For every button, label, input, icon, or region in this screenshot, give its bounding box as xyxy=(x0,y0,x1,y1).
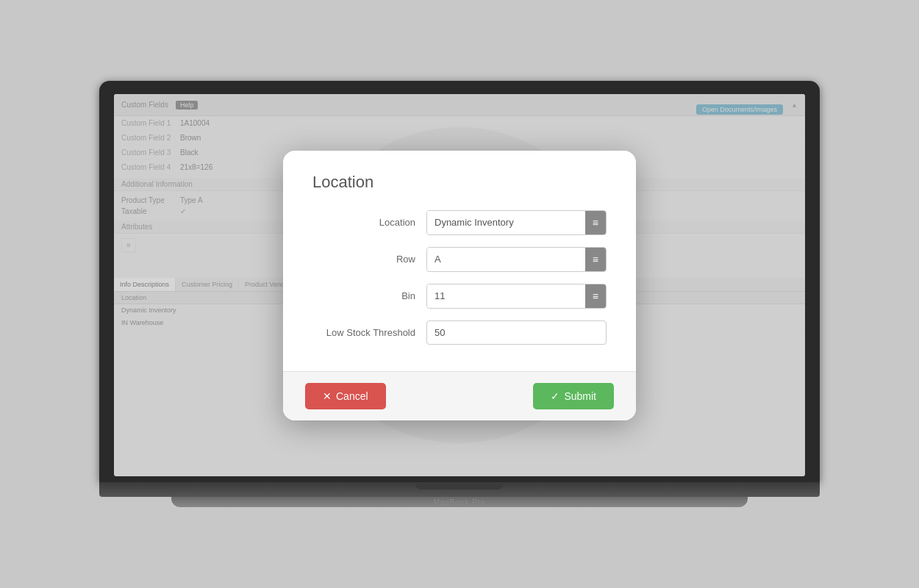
cancel-button[interactable]: ✕ Cancel xyxy=(305,383,386,409)
laptop-bottom: MacBook Pro xyxy=(171,497,748,507)
row-label: Row xyxy=(312,254,426,265)
location-menu-button[interactable]: ≡ xyxy=(585,211,606,234)
modal-footer: ✕ Cancel ✓ Submit xyxy=(283,371,636,420)
laptop-notch xyxy=(415,482,504,490)
bin-label: Bin xyxy=(312,290,426,301)
modal-body: Location Location ≡ Row xyxy=(283,151,636,371)
submit-button[interactable]: ✓ Submit xyxy=(533,383,614,409)
bin-input-wrapper: ≡ xyxy=(426,284,607,309)
bin-row: Bin ≡ xyxy=(312,284,607,309)
cancel-label: Cancel xyxy=(336,390,368,402)
laptop-base xyxy=(99,482,820,497)
row-menu-button[interactable]: ≡ xyxy=(585,248,606,271)
screen-inner: Custom Fields Help ▲ Custom Field 1 1A10… xyxy=(114,94,805,476)
bin-input[interactable] xyxy=(427,284,585,307)
macbook-label: MacBook Pro xyxy=(171,497,748,508)
location-modal: Location Location ≡ Row xyxy=(283,151,636,420)
location-input[interactable] xyxy=(427,211,585,234)
modal-title: Location xyxy=(312,173,607,192)
location-row: Location ≡ xyxy=(312,210,607,235)
screen-bezel: Custom Fields Help ▲ Custom Field 1 1A10… xyxy=(99,81,820,482)
submit-label: Submit xyxy=(564,390,596,402)
location-input-wrapper: ≡ xyxy=(426,210,607,235)
row-row: Row ≡ xyxy=(312,247,607,272)
modal-overlay: Location Location ≡ Row xyxy=(114,94,805,476)
low-stock-label: Low Stock Threshold xyxy=(312,327,426,338)
submit-icon: ✓ xyxy=(551,390,559,402)
low-stock-input[interactable] xyxy=(426,320,607,345)
cancel-icon: ✕ xyxy=(323,390,332,402)
bin-menu-button[interactable]: ≡ xyxy=(585,284,606,308)
location-label: Location xyxy=(312,217,426,228)
laptop-container: Custom Fields Help ▲ Custom Field 1 1A10… xyxy=(99,81,820,507)
row-input-wrapper: ≡ xyxy=(426,247,607,272)
row-input[interactable] xyxy=(427,248,585,270)
low-stock-row: Low Stock Threshold xyxy=(312,320,607,345)
